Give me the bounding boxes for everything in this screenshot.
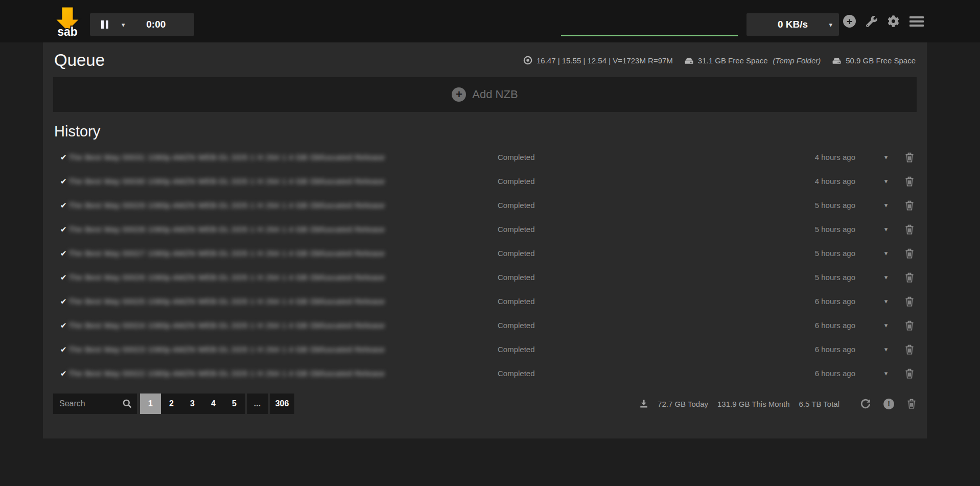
row-expand-button[interactable]: ▾ (876, 177, 896, 185)
history-row: ✔ The Best Way 00027 1080p AMZN WEB-DL D… (53, 241, 917, 265)
page-button-1[interactable]: 1 (140, 394, 161, 414)
row-expand-button[interactable]: ▾ (876, 369, 896, 377)
job-name-blurred[interactable]: The Best Way 00026 1080p AMZN WEB-DL DD5… (68, 273, 498, 282)
status-label: Completed (498, 201, 799, 210)
pause-icon (106, 20, 108, 29)
search-icon[interactable] (122, 399, 132, 409)
history-row: ✔ The Best Way 00028 1080p AMZN WEB-DL D… (53, 217, 917, 241)
status-button[interactable] (866, 16, 877, 27)
delete-row-button[interactable] (904, 224, 917, 235)
refresh-button[interactable] (860, 398, 871, 409)
row-expand-button[interactable]: ▾ (876, 321, 896, 329)
caret-down-icon: ▾ (884, 153, 888, 161)
job-name-blurred[interactable]: The Best Way 00022 1080p AMZN WEB-DL DD5… (68, 369, 498, 378)
age-label: 6 hours ago (799, 297, 855, 306)
total-all: 6.5 TB Total (799, 400, 840, 408)
check-icon: ✔ (53, 345, 68, 354)
trash-icon (904, 152, 915, 163)
pagination: 1 2 3 4 5 ... 306 (140, 394, 294, 414)
row-expand-button[interactable]: ▾ (876, 201, 896, 209)
job-name-blurred[interactable]: The Best Way 00023 1080p AMZN WEB-DL DD5… (68, 345, 498, 354)
check-icon: ✔ (53, 369, 68, 378)
delete-row-button[interactable] (904, 272, 917, 283)
pause-button[interactable] (101, 20, 108, 29)
page-button-ellipsis[interactable]: ... (247, 394, 268, 414)
page-button-4[interactable]: 4 (203, 394, 224, 414)
add-nzb-nav-button[interactable]: + (843, 15, 856, 28)
job-name-blurred[interactable]: The Best Way 00029 1080p AMZN WEB-DL DD5… (68, 201, 498, 210)
plus-circle-icon: + (843, 15, 856, 28)
pause-timer[interactable]: 0:00 (125, 19, 194, 30)
delete-row-button[interactable] (904, 368, 917, 379)
trash-icon (904, 200, 915, 211)
status-label: Completed (498, 249, 799, 258)
delete-row-button[interactable] (904, 200, 917, 211)
history-row: ✔ The Best Way 00030 1080p AMZN WEB-DL D… (53, 169, 917, 193)
age-label: 5 hours ago (799, 249, 855, 258)
check-icon: ✔ (53, 321, 68, 330)
delete-row-button[interactable] (904, 248, 917, 259)
caret-down-icon: ▾ (884, 201, 888, 209)
speed-limit-button[interactable]: 0 KB/s ▾ (746, 13, 839, 36)
caret-down-icon: ▾ (884, 249, 888, 257)
menu-button[interactable] (909, 16, 924, 27)
caret-down-icon: ▾ (884, 177, 888, 185)
page-button-last[interactable]: 306 (270, 394, 294, 414)
job-name-blurred[interactable]: The Best Way 00025 1080p AMZN WEB-DL DD5… (68, 297, 498, 306)
job-name-blurred[interactable]: The Best Way 00024 1080p AMZN WEB-DL DD5… (68, 321, 498, 330)
age-label: 5 hours ago (799, 225, 855, 234)
job-name-blurred[interactable]: The Best Way 00031 1080p AMZN WEB-DL DD5… (68, 153, 498, 161)
delete-row-button[interactable] (904, 176, 917, 187)
delete-row-button[interactable] (904, 320, 917, 331)
status-label: Completed (498, 297, 799, 306)
delete-row-button[interactable] (904, 344, 917, 355)
disc-icon (523, 56, 532, 65)
status-label: Completed (498, 153, 799, 161)
history-info-button[interactable]: ! (883, 399, 894, 409)
check-icon: ✔ (53, 177, 68, 186)
sabnzbd-logo[interactable]: sab (53, 5, 82, 38)
history-totals: 72.7 GB Today 131.9 GB This Month 6.5 TB… (639, 398, 917, 409)
hard-drive-icon (684, 56, 694, 65)
page-button-5[interactable]: 5 (224, 394, 245, 414)
history-list: ✔ The Best Way 00031 1080p AMZN WEB-DL D… (53, 145, 917, 385)
trash-icon (904, 176, 915, 187)
disk-free-space-stat: 50.9 GB Free Space (832, 56, 916, 65)
history-title: History (54, 123, 917, 140)
temp-free-space-stat: 31.1 GB Free Space (Temp Folder) (684, 56, 821, 65)
add-nzb-label: Add NZB (472, 88, 518, 101)
job-name-blurred[interactable]: The Best Way 00030 1080p AMZN WEB-DL DD5… (68, 177, 498, 186)
plus-circle-icon: + (452, 87, 466, 102)
job-name-blurred[interactable]: The Best Way 00028 1080p AMZN WEB-DL DD5… (68, 225, 498, 234)
system-stats: 16.47 | 15.55 | 12.54 | V=1723M R=97M 31… (523, 56, 916, 65)
history-row: ✔ The Best Way 00022 1080p AMZN WEB-DL D… (53, 361, 917, 385)
row-expand-button[interactable]: ▾ (876, 345, 896, 353)
check-icon: ✔ (53, 249, 68, 258)
hamburger-icon (909, 25, 924, 27)
trash-icon (904, 344, 915, 355)
row-expand-button[interactable]: ▾ (876, 273, 896, 281)
job-name-blurred[interactable]: The Best Way 00027 1080p AMZN WEB-DL DD5… (68, 249, 498, 258)
caret-down-icon: ▾ (884, 225, 888, 233)
main-panel: Queue 16.47 | 15.55 | 12.54 | V=1723M R=… (43, 42, 927, 438)
settings-button[interactable] (888, 15, 899, 27)
speed-graph-line (561, 35, 738, 36)
add-nzb-dropzone[interactable]: + Add NZB (53, 77, 917, 112)
row-expand-button[interactable]: ▾ (876, 249, 896, 257)
delete-row-button[interactable] (904, 296, 917, 307)
page-button-3[interactable]: 3 (182, 394, 203, 414)
purge-history-button[interactable] (906, 398, 917, 409)
row-expand-button[interactable]: ▾ (876, 297, 896, 305)
hamburger-icon (909, 16, 924, 18)
trash-icon (906, 398, 917, 409)
caret-down-icon: ▾ (884, 273, 888, 281)
disk-free-space: 50.9 GB Free Space (846, 56, 916, 65)
trash-icon (904, 296, 915, 307)
row-expand-button[interactable]: ▾ (876, 153, 896, 161)
page-button-2[interactable]: 2 (161, 394, 182, 414)
row-expand-button[interactable]: ▾ (876, 225, 896, 233)
age-label: 6 hours ago (799, 321, 855, 330)
history-row: ✔ The Best Way 00023 1080p AMZN WEB-DL D… (53, 337, 917, 361)
delete-row-button[interactable] (904, 152, 917, 163)
gear-icon (888, 15, 899, 27)
